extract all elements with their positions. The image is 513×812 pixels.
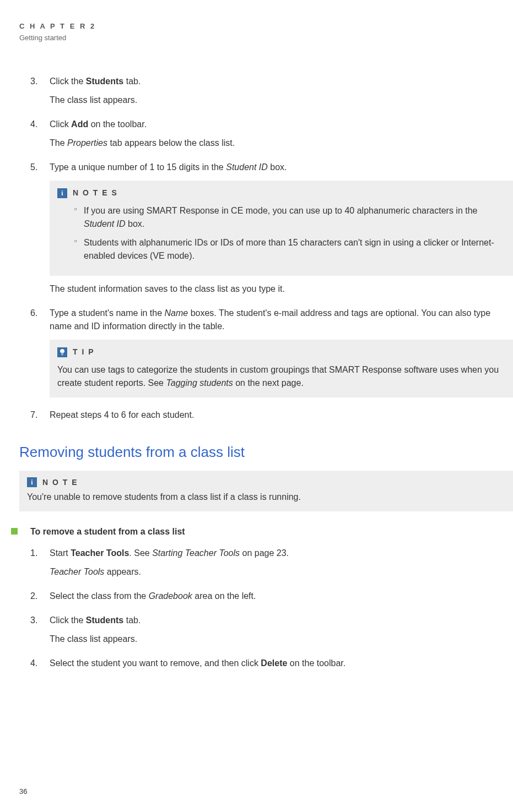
step-text: Select the class from the Gradebook area… [50,591,256,601]
step-3: Click the Students tab. The class list a… [30,614,513,646]
step-text: Click Add on the toolbar. [50,119,147,129]
info-icon: i [27,477,37,487]
step-list-2: Start Teacher Tools. See Starting Teache… [30,547,513,670]
note-body: You're unable to remove students from a … [27,491,505,504]
note-callout: i N O T E You're unable to remove studen… [19,471,513,511]
document-page: C H A P T E R 2 Getting started Click th… [0,0,513,812]
notes-bullet: Students with alphanumeric IDs or IDs of… [74,236,505,263]
chapter-label: C H A P T E R 2 [19,22,513,30]
step-text: Type a student's name in the Name boxes.… [50,308,490,331]
step-2: Select the class from the Gradebook area… [30,590,513,603]
step-list-1: Click the Students tab. The class list a… [30,75,513,422]
notes-callout: i N O T E S If you are using SMART Respo… [50,181,513,276]
step-text: Repeat steps 4 to 6 for each student. [50,410,194,419]
step-result: The class list appears. [50,94,513,107]
lightbulb-icon [57,347,67,357]
notes-bullets: If you are using SMART Response in CE mo… [57,204,505,263]
procedure-block: To remove a student from a class list St… [11,527,513,670]
step-text: Click the Students tab. [50,77,141,86]
step-4: Click Add on the toolbar. The Properties… [30,118,513,150]
step-result: Teacher Tools appears. [50,565,513,579]
info-icon: i [57,188,67,198]
callout-title: N O T E [42,478,78,487]
step-6: Type a student's name in the Name boxes.… [30,307,513,397]
step-5: Type a unique number of 1 to 15 digits i… [30,161,513,296]
callout-title: T I P [73,346,95,358]
procedure-marker-icon [11,528,18,535]
step-7: Repeat steps 4 to 6 for each student. [30,408,513,422]
step-1: Start Teacher Tools. See Starting Teache… [30,547,513,579]
page-number: 36 [19,787,27,795]
tip-callout: T I P You can use tags to categorize the… [50,340,513,397]
procedure-heading: To remove a student from a class list [30,527,513,537]
step-4: Select the student you want to remove, a… [30,657,513,670]
callout-title: N O T E S [73,187,118,199]
notes-bullet: If you are using SMART Response in CE mo… [74,204,505,231]
step-result: The Properties tab appears below the cla… [50,137,513,150]
step-text: Type a unique number of 1 to 15 digits i… [50,162,287,172]
section-heading-remove: Removing students from a class list [19,444,513,461]
tip-body: You can use tags to categorize the stude… [57,363,505,390]
step-3: Click the Students tab. The class list a… [30,75,513,107]
step-result: The class list appears. [50,633,513,646]
step-text: Start Teacher Tools. See Starting Teache… [50,548,289,558]
chapter-subtitle: Getting started [19,34,513,42]
step-text: Select the student you want to remove, a… [50,658,345,668]
step-result: The student information saves to the cla… [50,282,513,296]
step-text: Click the Students tab. [50,615,141,625]
main-content: Click the Students tab. The class list a… [19,75,513,670]
